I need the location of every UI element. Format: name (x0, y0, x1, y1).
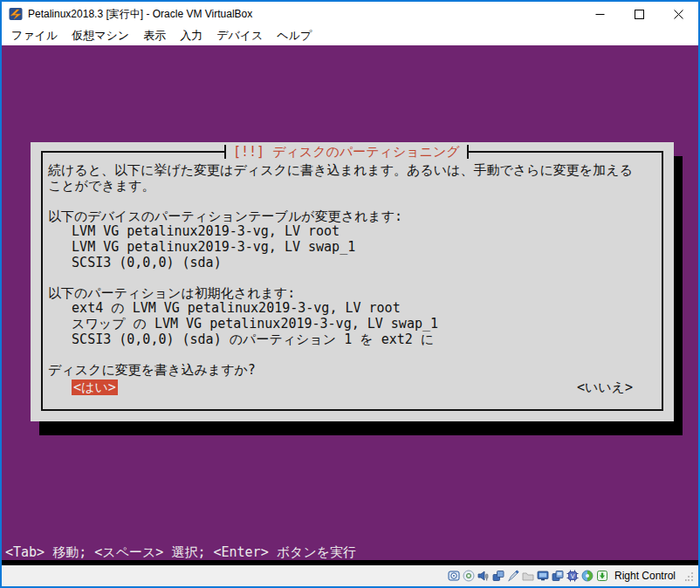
keyboard-help-line: <Tab> 移動; <スペース> 選択; <Enter> ボタンを実行 (5, 546, 356, 559)
audio-icon[interactable] (477, 570, 490, 582)
maximize-icon (635, 10, 644, 19)
statusbar: V Right Control (2, 565, 698, 586)
host-key-label: Right Control (614, 570, 676, 582)
keyboard-icon[interactable] (596, 570, 608, 582)
dialog-title: [!!] ディスクのパーティショニング (224, 145, 469, 159)
menubar: ファイル 仮想マシン 表示 入力 デバイス ヘルプ (2, 26, 698, 45)
network-icon[interactable] (492, 570, 504, 582)
dialog-text-line (48, 347, 662, 363)
menu-devices[interactable]: デバイス (209, 28, 270, 44)
dialog-buttons: <はい> <いいえ> (41, 379, 663, 395)
dialog-text-line: ことができます。 (48, 179, 662, 195)
dialog-text-line: スワップ の LVM VG petalinux2019-3-vg, LV swa… (48, 317, 662, 332)
dialog-text-line: LVM VG petalinux2019-3-vg, LV root (48, 224, 662, 240)
shared-folders-icon[interactable] (522, 570, 534, 582)
mouse-integration-icon[interactable] (581, 570, 594, 582)
close-button[interactable] (659, 2, 698, 26)
menu-help[interactable]: ヘルプ (270, 28, 319, 44)
optical-disk-icon[interactable] (463, 570, 475, 582)
menu-file[interactable]: ファイル (4, 28, 65, 44)
minimize-icon (595, 10, 605, 19)
titlebar[interactable]: Petalinux2018.3 [実行中] - Oracle VM Virtua… (2, 2, 698, 26)
dialog-text-line (48, 270, 662, 286)
window-title: Petalinux2018.3 [実行中] - Oracle VM Virtua… (28, 7, 252, 22)
close-icon (674, 10, 683, 19)
dialog-text-line: 以下のデバイスのパーティションテーブルが変更されます: (48, 209, 662, 225)
yes-button[interactable]: <はい> (72, 379, 118, 395)
menu-machine[interactable]: 仮想マシン (65, 28, 136, 44)
dialog-body: 続けると、以下に挙げた変更はディスクに書き込まれます。あるいは、手動でさらに変更… (48, 163, 662, 378)
dialog-text-line: 以下のパーティションは初期化されます: (48, 286, 662, 302)
maximize-button[interactable] (620, 2, 659, 26)
virtualbox-window: Petalinux2018.3 [実行中] - Oracle VM Virtua… (0, 0, 700, 588)
menu-view[interactable]: 表示 (136, 28, 173, 44)
svg-text:V: V (571, 573, 575, 579)
hdd-icon[interactable] (448, 570, 460, 582)
features-chip-icon[interactable]: V (566, 570, 579, 582)
dialog-text-line: SCSI3 (0,0,0) (sda) のパーティション 1 を ext2 に (48, 332, 662, 348)
dialog-text-line: LVM VG petalinux2019-3-vg, LV swap_1 (48, 240, 662, 256)
dialog-text-line: SCSI3 (0,0,0) (sda) (48, 256, 662, 271)
dialog-text-line (48, 194, 662, 209)
dialog-text-line: ディスクに変更を書き込みますか? (48, 363, 662, 379)
display-icon[interactable] (537, 570, 549, 582)
dialog-text-line: ext4 の LVM VG petalinux2019-3-vg, LV roo… (48, 301, 662, 317)
minimize-button[interactable] (580, 2, 620, 26)
console-bottom-strip (2, 560, 698, 565)
dialog-text-line: 続けると、以下に挙げた変更はディスクに書き込まれます。あるいは、手動でさらに変更… (48, 163, 662, 179)
resize-grip[interactable] (685, 571, 694, 581)
usb-icon[interactable] (507, 570, 519, 582)
menu-input[interactable]: 入力 (173, 28, 209, 44)
vm-display[interactable]: [!!] ディスクのパーティショニング 続けると、以下に挙げた変更はディスクに書… (2, 45, 698, 565)
virtualbox-vm-icon (9, 7, 23, 21)
video-capture-icon[interactable] (552, 570, 564, 582)
no-button[interactable]: <いいえ> (577, 379, 633, 395)
partitioning-dialog: [!!] ディスクのパーティショニング 続けると、以下に挙げた変更はディスクに書… (31, 142, 674, 421)
